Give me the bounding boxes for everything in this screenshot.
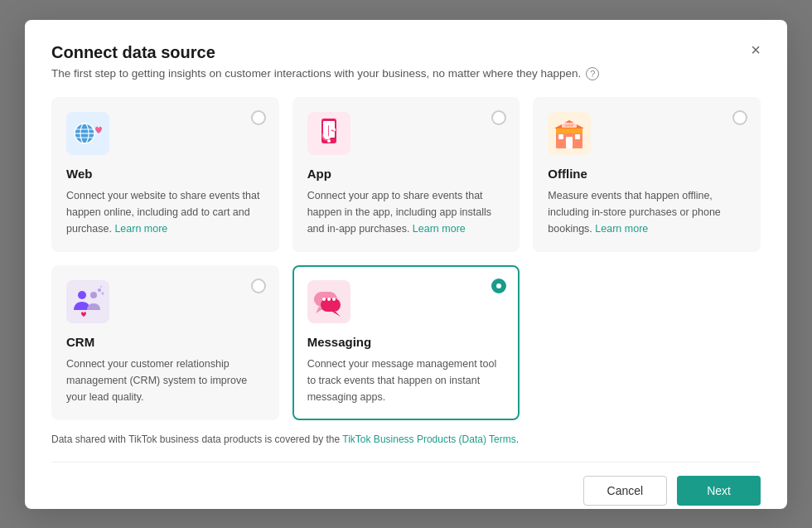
close-button[interactable]: ×: [751, 41, 761, 58]
svg-point-22: [98, 288, 101, 292]
svg-rect-14: [566, 137, 573, 148]
card-offline[interactable]: SHOP Offline Measure events that happen …: [533, 97, 761, 252]
modal-actions: Cancel Next: [51, 462, 761, 506]
messaging-desc: Connect your message management tool to …: [307, 356, 505, 405]
card-messaging[interactable]: Messaging Connect your message managemen…: [292, 265, 520, 420]
svg-point-32: [332, 298, 336, 301]
web-desc: Connect your website to share events tha…: [66, 187, 264, 237]
radio-crm: [251, 279, 266, 293]
app-desc: Connect your app to share events that ha…: [307, 187, 505, 237]
svg-point-31: [327, 298, 331, 301]
svg-point-20: [78, 291, 86, 299]
card-app[interactable]: App Connect your app to share events tha…: [292, 97, 520, 252]
cards-grid-bottom: CRM Connect your customer relationship m…: [51, 265, 761, 420]
cancel-button[interactable]: Cancel: [583, 476, 668, 506]
footer-terms: Data shared with TikTok business data pr…: [51, 434, 761, 445]
cards-grid-top: Web Connect your website to share events…: [51, 97, 761, 252]
radio-web: [251, 110, 266, 125]
web-title: Web: [66, 167, 264, 181]
app-learn-more[interactable]: Learn more: [413, 223, 466, 235]
radio-offline: [732, 110, 747, 125]
svg-point-30: [322, 298, 326, 301]
card-web[interactable]: Web Connect your website to share events…: [51, 97, 279, 252]
crm-title: CRM: [66, 335, 264, 349]
offline-desc: Measure events that happen offline, incl…: [548, 187, 746, 237]
crm-desc: Connect your customer relationship manag…: [66, 356, 264, 405]
svg-point-23: [102, 292, 104, 294]
app-icon: [307, 112, 350, 155]
svg-rect-15: [558, 134, 563, 139]
radio-app: [491, 110, 506, 125]
radio-messaging: [491, 279, 506, 293]
next-button[interactable]: Next: [677, 476, 761, 506]
web-icon: [66, 112, 109, 155]
card-crm[interactable]: CRM Connect your customer relationship m…: [51, 265, 279, 420]
svg-point-21: [90, 292, 97, 298]
messaging-title: Messaging: [307, 335, 505, 349]
connect-data-source-modal: Connect data source × The first step to …: [25, 20, 787, 509]
app-title: App: [307, 167, 505, 181]
svg-rect-16: [575, 134, 580, 139]
svg-rect-19: [66, 280, 109, 323]
crm-icon: [66, 280, 109, 323]
terms-link[interactable]: TikTok Business Products (Data) Terms: [342, 434, 515, 445]
messaging-icon: [307, 280, 350, 323]
modal-title: Connect data source: [51, 43, 215, 62]
modal-header: Connect data source ×: [51, 43, 761, 62]
offline-title: Offline: [548, 167, 746, 181]
offline-icon: SHOP: [548, 112, 591, 155]
web-learn-more[interactable]: Learn more: [114, 223, 167, 235]
svg-point-24: [100, 286, 102, 288]
svg-text:SHOP: SHOP: [565, 124, 575, 128]
modal-subtitle: The first step to getting insights on cu…: [51, 67, 761, 80]
offline-learn-more[interactable]: Learn more: [595, 223, 648, 235]
help-icon[interactable]: ?: [586, 67, 599, 80]
